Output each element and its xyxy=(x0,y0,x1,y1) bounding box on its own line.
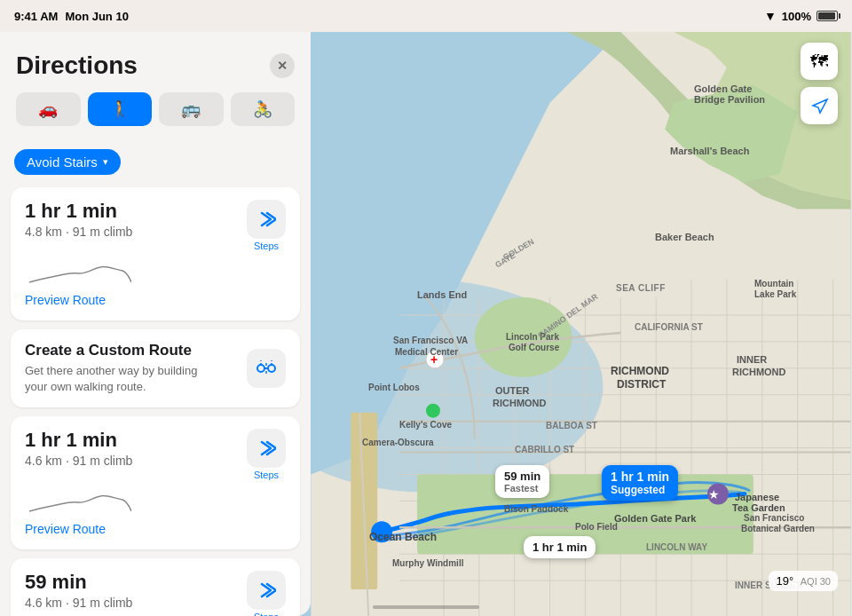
map-label-sf-va2: Medical Center xyxy=(395,347,458,357)
route-card-1: 1 hr 1 min 4.8 km · 91 m climb Steps Pre… xyxy=(11,187,300,320)
route-card-1-header: 1 hr 1 min 4.8 km · 91 m climb Steps xyxy=(25,200,286,251)
status-bar: 9:41 AM Mon Jun 10 ▼ 100% xyxy=(0,0,852,32)
map-label-lands-end: Lands End xyxy=(417,289,467,300)
map-label-balboa: BALBOA ST xyxy=(546,421,597,430)
map-label-camera: Camera-Obscura xyxy=(362,438,434,447)
map-label-polo: Polo Field xyxy=(575,522,618,532)
map-label-inner-richmond2: RICHMOND xyxy=(732,367,786,377)
home-indicator xyxy=(373,605,479,609)
map-label-cabrillo: CABRILLO ST xyxy=(515,445,574,454)
route-card-3: 59 min 4.6 km · 91 m climb Steps xyxy=(11,558,300,616)
callout-fastest-time: 59 min xyxy=(504,470,540,483)
transit-icon: 🚌 xyxy=(181,99,201,119)
route-1-steps-label: Steps xyxy=(254,241,279,251)
map-label-mountain-lake2: Lake Park xyxy=(754,289,796,299)
mode-walk[interactable]: 🚶 xyxy=(88,92,153,126)
map-label-bison: Bison Paddock xyxy=(504,504,568,514)
route-3-steps-button[interactable]: Steps xyxy=(247,571,286,616)
map-label-japanese-tea2: Tea Garden xyxy=(732,502,785,513)
callout-suggested-label: Suggested xyxy=(611,484,669,496)
map-label-lincoln-park2: Golf Course xyxy=(509,343,559,352)
route-1-preview-link[interactable]: Preview Route xyxy=(25,293,106,307)
route-3-details: 4.6 km · 91 m climb xyxy=(25,596,132,610)
map-label-golden-gate-bridge2: Bridge Pavilion xyxy=(694,94,765,105)
callout-suggested[interactable]: 1 hr 1 min Suggested xyxy=(602,465,678,501)
route-2-info: 1 hr 1 min 4.6 km · 91 m climb xyxy=(25,429,132,468)
status-bar-right: ▼ 100% xyxy=(764,9,838,23)
transport-modes: 🚗 🚶 🚌 🚴 xyxy=(0,87,311,137)
custom-route-text: Create a Custom Route Get there another … xyxy=(25,342,211,395)
svg-text:★: ★ xyxy=(708,487,720,501)
route-2-elevation xyxy=(25,489,286,516)
callout-fastest-label: Fastest xyxy=(504,483,540,494)
battery-icon xyxy=(816,11,838,21)
sidebar-header: Directions ✕ xyxy=(0,41,311,87)
svg-point-40 xyxy=(257,365,264,372)
callout-plain[interactable]: 1 hr 1 min xyxy=(524,536,596,558)
callout-plain-time: 1 hr 1 min xyxy=(532,541,587,554)
custom-route-icon xyxy=(247,349,286,388)
map-label-golden-gate-park: Golden Gate Park xyxy=(614,513,696,524)
route-1-details: 4.8 km · 91 m climb xyxy=(25,225,132,239)
mode-transit[interactable]: 🚌 xyxy=(159,92,224,126)
layers-button[interactable]: 🗺 xyxy=(801,43,838,80)
callout-fastest[interactable]: 59 min Fastest xyxy=(495,465,549,498)
route-2-preview-link[interactable]: Preview Route xyxy=(25,522,106,536)
map-label-point-lobos: Point Lobos xyxy=(368,383,420,392)
close-button[interactable]: ✕ xyxy=(270,53,295,78)
route-3-info: 59 min 4.6 km · 91 m climb xyxy=(25,571,132,610)
svg-point-34 xyxy=(426,404,440,418)
avoid-stairs-button[interactable]: Avoid Stairs ▾ xyxy=(14,149,121,175)
map-label-japanese-tea: Japanese xyxy=(735,492,779,502)
route-2-steps-button[interactable]: Steps xyxy=(247,429,286,480)
filter-section: Avoid Stairs ▾ xyxy=(0,137,311,187)
battery-fill xyxy=(818,12,835,20)
steps-icon-3 xyxy=(247,571,286,610)
walk-icon: 🚶 xyxy=(110,99,130,119)
map-label-richmond2: DISTRICT xyxy=(617,378,666,391)
custom-route-card[interactable]: Create a Custom Route Get there another … xyxy=(11,329,300,407)
callout-suggested-time: 1 hr 1 min xyxy=(611,470,669,484)
map-label-sf-botanical2: Botanical Garden xyxy=(741,524,815,533)
map-label-baker: Baker Beach xyxy=(655,232,714,242)
battery-label: 100% xyxy=(782,10,811,23)
route-2-details: 4.6 km · 91 m climb xyxy=(25,454,132,468)
map-label-inner-richmond: INNER xyxy=(737,354,767,365)
map-label-outer-richmond: OUTER xyxy=(495,385,530,396)
temperature-value: 19° xyxy=(776,574,793,588)
avoid-stairs-label: Avoid Stairs xyxy=(27,154,98,170)
map-label-sf-botanical: San Francisco xyxy=(744,513,804,523)
route-2-time: 1 hr 1 min xyxy=(25,429,132,452)
map-label-mountain-lake: Mountain xyxy=(754,279,793,288)
date: Mon Jun 10 xyxy=(65,10,129,23)
car-icon: 🚗 xyxy=(38,99,58,119)
wifi-icon: ▼ xyxy=(764,9,777,23)
temperature-badge: 19° AQI 30 xyxy=(769,571,838,591)
map-label-marshalls: Marshall's Beach xyxy=(670,146,749,156)
sidebar-panel: Directions ✕ 🚗 🚶 🚌 🚴 Ocean Beach ≡ xyxy=(0,32,311,616)
chevron-down-icon: ▾ xyxy=(103,156,108,168)
map-label-sea-cliff: SEA CLIFF xyxy=(616,283,666,293)
route-1-time: 1 hr 1 min xyxy=(25,200,132,223)
route-card-3-header: 59 min 4.6 km · 91 m climb Steps xyxy=(25,571,286,616)
mode-car[interactable]: 🚗 xyxy=(16,92,81,126)
location-button[interactable] xyxy=(801,87,838,124)
steps-icon-1 xyxy=(247,200,286,239)
map-label-lincoln-way: LINCOLN WAY xyxy=(646,542,707,552)
route-1-steps-button[interactable]: Steps xyxy=(247,200,286,251)
map-label-richmond: RICHMOND xyxy=(611,365,669,377)
map-buttons: 🗺 xyxy=(801,43,838,124)
route-card-2-header: 1 hr 1 min 4.6 km · 91 m climb Steps xyxy=(25,429,286,480)
bike-icon: 🚴 xyxy=(253,99,272,119)
time: 9:41 AM xyxy=(14,10,58,23)
map-label-lincoln-park: Lincoln Park xyxy=(506,332,559,342)
status-bar-left: 9:41 AM Mon Jun 10 xyxy=(14,10,129,23)
mode-bike[interactable]: 🚴 xyxy=(231,92,296,126)
map-label-sf-va: San Francisco VA xyxy=(393,336,468,345)
aqi-value: AQI 30 xyxy=(801,576,831,587)
custom-route-description: Get there another way by building your o… xyxy=(25,363,211,395)
route-2-steps-label: Steps xyxy=(254,470,279,480)
map-label-murphy: Murphy Windmill xyxy=(392,558,463,568)
route-3-time: 59 min xyxy=(25,571,132,594)
map-label-california: CALIFORNIA ST xyxy=(635,322,703,332)
